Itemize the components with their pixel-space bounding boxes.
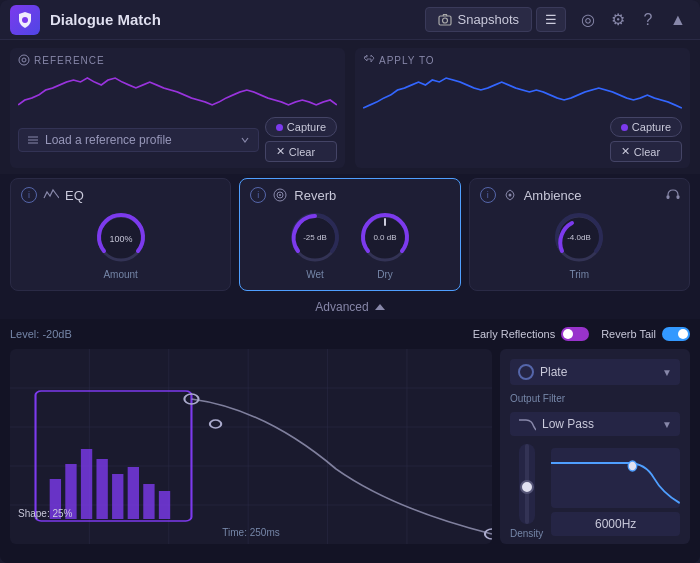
header: Dialogue Match Snapshots ☰ ◎ ⚙ ? ▲ bbox=[0, 0, 700, 40]
ambience-info-button[interactable]: i bbox=[480, 187, 496, 203]
early-reflections-label: Early Reflections bbox=[473, 328, 556, 340]
reverb-title: Reverb bbox=[294, 188, 336, 203]
app-container: Dialogue Match Snapshots ☰ ◎ ⚙ ? ▲ bbox=[0, 0, 700, 563]
svg-point-18 bbox=[508, 194, 511, 197]
expand-button[interactable]: ▲ bbox=[666, 8, 690, 32]
plate-dropdown[interactable]: Plate ▼ bbox=[510, 359, 680, 385]
reverb-module: i Reverb -25 dB bbox=[239, 178, 460, 291]
svg-point-4 bbox=[22, 58, 26, 62]
svg-rect-20 bbox=[676, 195, 679, 199]
svg-text:-4.0dB: -4.0dB bbox=[568, 233, 592, 242]
reference-controls: Load a reference profile Capture ✕ Clear bbox=[18, 117, 337, 162]
svg-rect-35 bbox=[81, 449, 92, 519]
dropdown-arrow-icon bbox=[240, 135, 250, 145]
time-label: Time: 250ms bbox=[222, 527, 279, 538]
reference-capture-button[interactable]: Capture bbox=[265, 117, 337, 137]
density-slider[interactable] bbox=[519, 444, 535, 524]
advanced-bar[interactable]: Advanced bbox=[0, 295, 700, 319]
svg-rect-37 bbox=[112, 474, 123, 519]
plate-chevron-icon: ▼ bbox=[662, 367, 672, 378]
reverb-graph: Shape: 25% Time: 250ms bbox=[10, 349, 492, 544]
header-icons: ◎ ⚙ ? ▲ bbox=[576, 8, 690, 32]
reverb-dry-knob[interactable]: 0.0 dB bbox=[358, 211, 412, 265]
early-reflections-toggle-group: Early Reflections bbox=[473, 327, 590, 341]
snapshots-label: Snapshots bbox=[458, 12, 519, 27]
filter-type-label: Low Pass bbox=[518, 417, 594, 431]
svg-rect-36 bbox=[96, 459, 107, 519]
help-button[interactable]: ? bbox=[636, 8, 660, 32]
x-icon-apply: ✕ bbox=[621, 145, 630, 158]
app-title: Dialogue Match bbox=[50, 11, 161, 28]
ambience-trim-knob[interactable]: -4.0dB bbox=[552, 211, 606, 265]
reverb-settings-panel: Plate ▼ Output Filter Low Pass ▼ bbox=[500, 349, 690, 544]
apply-to-capture-button[interactable]: Capture bbox=[610, 117, 682, 137]
svg-rect-39 bbox=[143, 484, 154, 519]
level-label: Level: -20dB bbox=[10, 328, 72, 340]
reference-icon bbox=[18, 54, 30, 66]
svg-rect-40 bbox=[159, 491, 170, 519]
density-slider-container: Density bbox=[510, 444, 543, 539]
toggles-row: Early Reflections Reverb Tail bbox=[473, 327, 690, 341]
reverb-tail-toggle[interactable] bbox=[662, 327, 690, 341]
eq-info-button[interactable]: i bbox=[21, 187, 37, 203]
svg-point-3 bbox=[19, 55, 29, 65]
reference-clear-button[interactable]: ✕ Clear bbox=[265, 141, 337, 162]
reference-label: REFERENCE bbox=[18, 54, 337, 66]
advanced-top-row: Level: -20dB Early Reflections Reverb Ta… bbox=[10, 327, 690, 341]
apply-to-waveform bbox=[363, 70, 682, 112]
output-filter-label: Output Filter bbox=[510, 393, 680, 404]
headphone-icon bbox=[665, 187, 681, 203]
reverb-tail-label: Reverb Tail bbox=[601, 328, 656, 340]
apply-to-icon bbox=[363, 54, 375, 66]
early-reflections-toggle[interactable] bbox=[561, 327, 589, 341]
reverb-info-button[interactable]: i bbox=[250, 187, 266, 203]
advanced-label: Advanced bbox=[315, 300, 368, 314]
reverb-icon bbox=[272, 188, 288, 202]
low-pass-dropdown[interactable]: Low Pass ▼ bbox=[510, 412, 680, 436]
ambience-icon bbox=[502, 188, 518, 202]
reverb-dry-group: 0.0 dB Dry bbox=[358, 211, 412, 280]
settings-button[interactable]: ⚙ bbox=[606, 8, 630, 32]
advanced-arrow-icon bbox=[375, 304, 385, 310]
svg-point-2 bbox=[442, 18, 447, 23]
capture-dot-apply bbox=[621, 124, 628, 131]
plate-label: Plate bbox=[518, 364, 567, 380]
eq-amount-label: Amount bbox=[103, 269, 137, 280]
svg-point-0 bbox=[22, 17, 28, 23]
apply-to-clear-button[interactable]: ✕ Clear bbox=[610, 141, 682, 162]
modules-row: i EQ 100% Amount bbox=[0, 174, 700, 295]
reverb-wet-knob[interactable]: -25 dB bbox=[288, 211, 342, 265]
eq-module-header: i EQ bbox=[21, 187, 220, 203]
snapshots-button[interactable]: Snapshots bbox=[425, 7, 532, 32]
eq-amount-knob[interactable]: 100% bbox=[94, 211, 148, 265]
ambience-content: -4.0dB Trim bbox=[480, 211, 679, 280]
svg-rect-1 bbox=[439, 16, 451, 25]
eq-title: EQ bbox=[65, 188, 84, 203]
load-profile-dropdown[interactable]: Load a reference profile bbox=[18, 128, 259, 152]
reference-waveform bbox=[18, 70, 337, 112]
reverb-dry-label: Dry bbox=[377, 269, 393, 280]
x-icon: ✕ bbox=[276, 145, 285, 158]
load-profile-text: Load a reference profile bbox=[45, 133, 172, 147]
reverb-wet-group: -25 dB Wet bbox=[288, 211, 342, 280]
density-label: Density bbox=[510, 528, 543, 539]
ambience-trim-group: -4.0dB Trim bbox=[552, 211, 606, 280]
top-section: REFERENCE Load a reference profile bbox=[0, 40, 700, 174]
ambience-trim-label: Trim bbox=[570, 269, 590, 280]
filter-chevron-icon: ▼ bbox=[662, 419, 672, 430]
ambience-module: i Ambience bbox=[469, 178, 690, 291]
search-button[interactable]: ◎ bbox=[576, 8, 600, 32]
early-reflections-thumb bbox=[563, 329, 573, 339]
advanced-content: Shape: 25% Time: 250ms Plate ▼ Output Fi… bbox=[10, 349, 690, 544]
frequency-value: 6000Hz bbox=[551, 512, 680, 536]
apply-to-panel: APPLY TO Capture ✕ Clear bbox=[355, 48, 690, 168]
menu-button[interactable]: ☰ bbox=[536, 7, 566, 32]
reverb-tail-toggle-group: Reverb Tail bbox=[601, 327, 690, 341]
menu-icon: ☰ bbox=[545, 12, 557, 27]
reverb-tail-thumb bbox=[678, 329, 688, 339]
ambience-module-header: i Ambience bbox=[480, 187, 679, 203]
reverb-content: -25 dB Wet 0.0 dB bbox=[250, 211, 449, 280]
density-thumb bbox=[520, 480, 534, 494]
advanced-panel: Level: -20dB Early Reflections Reverb Ta… bbox=[0, 319, 700, 563]
ambience-tip-button[interactable] bbox=[665, 187, 681, 207]
